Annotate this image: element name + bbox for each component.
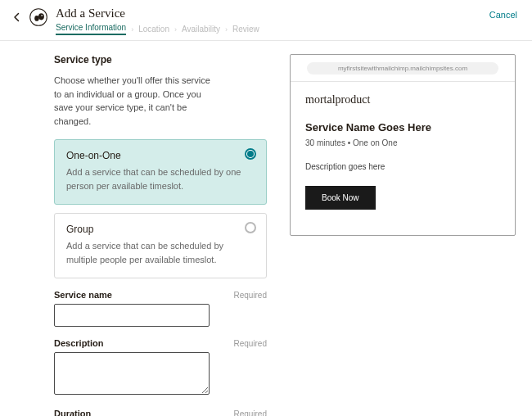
description-label: Description	[54, 338, 104, 348]
preview-url: myfirstsitewithmailchimp.mailchimpsites.…	[307, 62, 498, 75]
required-label: Required	[233, 409, 267, 416]
mailchimp-logo-icon	[29, 8, 47, 26]
description-input[interactable]	[54, 352, 210, 395]
svg-point-1	[34, 16, 39, 21]
radio-icon	[245, 148, 256, 160]
page-title: Add a Service	[56, 7, 259, 20]
required-label: Required	[233, 291, 267, 300]
step-location: Location	[138, 25, 169, 34]
service-type-heading: Service type	[54, 54, 267, 66]
service-name-input[interactable]	[54, 304, 210, 327]
chevron-right-icon: ›	[131, 25, 133, 34]
step-service-information[interactable]: Service Information	[56, 23, 126, 35]
option-group[interactable]: Group Add a service that can be schedule…	[54, 213, 267, 278]
service-type-hint: Choose whether you'll offer this service…	[54, 74, 218, 128]
radio-icon	[245, 222, 256, 233]
svg-point-2	[38, 13, 44, 20]
duration-label: Duration	[54, 409, 91, 416]
cancel-link[interactable]: Cancel	[489, 10, 517, 20]
preview-panel: myfirstsitewithmailchimp.mailchimpsites.…	[290, 54, 516, 236]
option-one-on-one[interactable]: One-on-One Add a service that can be sch…	[54, 139, 267, 205]
svg-point-3	[41, 15, 43, 16]
service-name-label: Service name	[54, 290, 112, 300]
option-title: One-on-One	[66, 150, 255, 161]
option-title: Group	[66, 224, 255, 235]
preview-description: Description goes here	[305, 162, 500, 171]
chevron-right-icon: ›	[225, 25, 228, 34]
preview-brand: mortalproduct	[305, 93, 500, 106]
step-availability: Availability	[182, 25, 220, 34]
back-button[interactable]	[10, 10, 25, 25]
preview-service-name: Service Name Goes Here	[305, 121, 500, 133]
chevron-right-icon: ›	[174, 25, 177, 34]
page-header: Add a Service Service Information › Loca…	[0, 0, 532, 41]
book-now-button[interactable]: Book Now	[305, 186, 376, 210]
step-review: Review	[232, 25, 259, 34]
step-breadcrumb: Service Information › Location › Availab…	[56, 23, 259, 35]
required-label: Required	[233, 339, 267, 348]
option-desc: Add a service that can be scheduled by m…	[66, 239, 255, 266]
option-desc: Add a service that can be scheduled by o…	[66, 165, 255, 192]
preview-meta: 30 minutes • One on One	[305, 138, 500, 147]
